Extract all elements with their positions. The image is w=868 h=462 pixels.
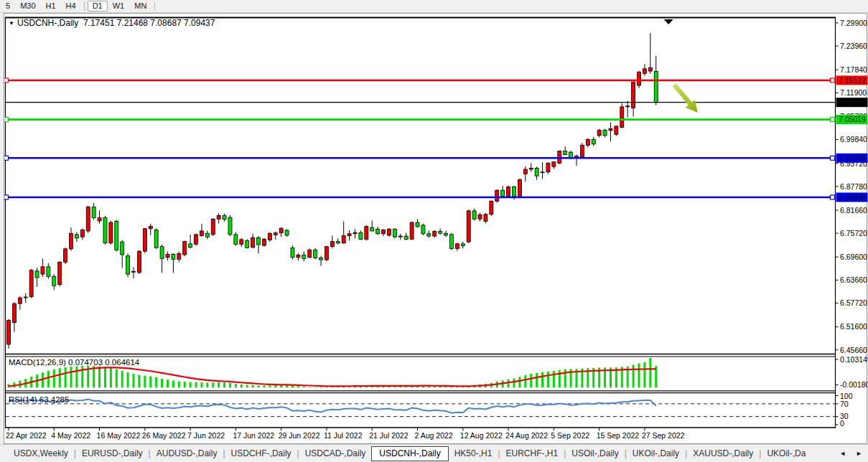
date-tick-label: 17 Jun 2022	[233, 431, 274, 440]
candle	[353, 229, 357, 238]
chart-tab-eurusd-daily[interactable]: EURUSD-,Daily	[78, 446, 146, 461]
candle	[137, 250, 141, 274]
macd-histogram-bar	[269, 385, 271, 387]
macd-axis-label: 0.103149	[840, 355, 868, 364]
level-handle[interactable]	[831, 118, 835, 122]
macd-histogram-bar	[223, 382, 225, 387]
timeframe-button-d1[interactable]: D1	[88, 1, 108, 11]
timeframe-button-m30[interactable]: M30	[15, 1, 40, 11]
chart-tab-usdx-weekly[interactable]: USDX,Weekly	[10, 446, 72, 461]
chart-tab-usdcnh-daily[interactable]: USDCNH-,Daily	[371, 446, 448, 461]
chart-tab-ukoil-daily[interactable]: UKOil-,Daily	[629, 446, 683, 461]
chart-tab-xauusd-daily[interactable]: XAUUSD-,Daily	[689, 446, 757, 461]
macd-histogram-bar	[553, 371, 555, 387]
tab-separator: |	[561, 448, 568, 458]
timeframe-button-h4[interactable]: H4	[61, 1, 81, 11]
candle	[609, 123, 612, 142]
macd-histogram-bar	[184, 382, 186, 387]
down-arrow-annotation[interactable]	[670, 81, 703, 117]
macd-histogram-bar	[195, 382, 197, 387]
macd-histogram-bar	[167, 380, 169, 387]
tabs-scroll-left-icon[interactable]: ◄	[839, 450, 846, 457]
candle	[643, 64, 646, 76]
tab-separator: |	[220, 448, 227, 458]
candle	[484, 213, 487, 224]
candle	[449, 233, 453, 250]
chart-tab-eurchf-h1[interactable]: EURCHF-,H1	[503, 446, 562, 461]
candle	[149, 224, 152, 235]
candle	[416, 219, 419, 227]
macd-histogram-bar	[155, 377, 157, 387]
macd-histogram-bar	[104, 367, 106, 387]
level-handle[interactable]	[4, 118, 9, 122]
candle	[597, 129, 601, 138]
macd-histogram-bar	[638, 364, 640, 388]
level-handle[interactable]	[831, 156, 835, 160]
candle	[143, 228, 146, 253]
price-tick-label: 6.45660	[840, 346, 867, 354]
candle	[70, 227, 73, 250]
timeframe-button-h1[interactable]: H1	[41, 1, 61, 11]
level-handle[interactable]	[4, 195, 9, 199]
date-tick-label: 21 Jul 2022	[369, 431, 408, 440]
chart-tab-audusd-daily[interactable]: AUDUSD-,Daily	[153, 446, 221, 461]
timeframe-toolbar: 5M30H1H4D1W1MN	[0, 0, 868, 13]
price-chart[interactable]: 7.299007.239607.178407.119007.057806.998…	[4, 14, 868, 443]
candle	[529, 163, 533, 171]
macd-histogram-bar	[121, 371, 123, 388]
tabs-scroll-right-icon[interactable]: ►	[856, 450, 862, 457]
symbol-dropdown-icon[interactable]: ▼	[9, 20, 14, 27]
chart-tab-ukoil-da[interactable]: UKOil-,Da	[763, 446, 809, 461]
candle	[251, 234, 255, 249]
candle	[29, 269, 33, 298]
candle	[64, 248, 67, 264]
candle	[154, 228, 158, 249]
candle	[586, 138, 589, 148]
timeframe-button-5[interactable]: 5	[1, 1, 15, 11]
candle	[421, 224, 425, 235]
macd-histogram-bar	[138, 375, 140, 388]
candle	[398, 234, 402, 240]
candle	[297, 253, 300, 260]
candle	[103, 216, 107, 245]
candle	[580, 143, 584, 159]
macd-histogram-bar	[190, 382, 192, 388]
level-handle[interactable]	[4, 78, 9, 82]
candle	[620, 103, 624, 128]
candle	[166, 252, 169, 260]
date-tick-label: 15 Sep 2022	[597, 431, 640, 440]
timeframe-button-mn[interactable]: MN	[129, 1, 151, 11]
candle	[291, 245, 294, 259]
candle	[501, 186, 505, 198]
date-tick-label: 26 May 2022	[142, 431, 186, 440]
level-price-tag-text: 7.09437	[839, 98, 866, 107]
candle	[444, 230, 448, 237]
level-handle[interactable]	[4, 156, 9, 160]
macd-histogram-bar	[59, 368, 61, 387]
chart-window[interactable]: 7.299007.239607.178407.119007.057806.998…	[4, 13, 867, 444]
timeframe-button-w1[interactable]: W1	[108, 1, 130, 11]
candle	[404, 233, 408, 240]
chart-tab-hk50-h1[interactable]: HK50-,H1	[451, 446, 496, 461]
chart-tab-usdcad-daily[interactable]: USDCAD-,Daily	[302, 446, 370, 461]
macd-histogram-bar	[258, 385, 260, 387]
macd-histogram-bar	[633, 365, 635, 388]
macd-histogram-bar	[206, 382, 208, 387]
chart-tab-usdchf-daily[interactable]: USDCHF-,Daily	[228, 446, 295, 461]
candle	[518, 179, 521, 198]
tab-separator: |	[495, 448, 502, 458]
candle	[240, 238, 243, 247]
price-tick-label: 6.63660	[840, 275, 867, 284]
candle	[507, 186, 510, 197]
macd-histogram-bar	[649, 358, 651, 387]
level-handle[interactable]	[831, 78, 835, 82]
tab-separator: |	[757, 448, 763, 458]
level-handle[interactable]	[831, 195, 835, 199]
candle	[439, 228, 442, 235]
candle	[52, 274, 56, 290]
triangle-down-marker[interactable]	[664, 19, 673, 24]
date-axis: 22 Apr 20224 May 202216 May 202226 May 2…	[6, 428, 685, 440]
candle	[472, 209, 476, 221]
chart-tab-usoil-daily[interactable]: USOil-,Daily	[568, 446, 622, 461]
candle	[325, 246, 328, 261]
